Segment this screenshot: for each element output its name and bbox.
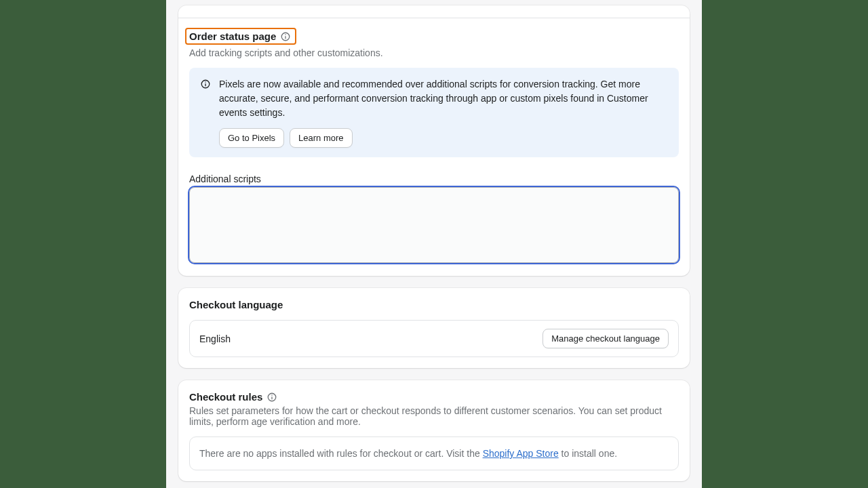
- additional-scripts-input[interactable]: [189, 187, 679, 263]
- current-language: English: [199, 333, 231, 344]
- svg-point-5: [205, 81, 205, 82]
- checkout-language-card: Checkout language English Manage checkou…: [178, 288, 690, 368]
- order-status-title-highlight: Order status page: [185, 28, 296, 45]
- pixels-banner: Pixels are now available and recommended…: [189, 68, 679, 157]
- order-status-card: Order status page Add tracking scripts a…: [178, 5, 690, 276]
- go-to-pixels-button[interactable]: Go to Pixels: [219, 128, 284, 148]
- settings-page: Order status page Add tracking scripts a…: [166, 0, 702, 488]
- checkout-rules-card: Checkout rules Rules set parameters for …: [178, 380, 690, 481]
- banner-text: Pixels are now available and recommended…: [219, 77, 668, 120]
- banner-body: Pixels are now available and recommended…: [219, 77, 668, 148]
- manage-checkout-language-button[interactable]: Manage checkout language: [542, 329, 669, 348]
- callout-prefix: There are no apps installed with rules f…: [199, 448, 483, 459]
- svg-point-2: [285, 34, 286, 35]
- checkout-rules-title-row: Checkout rules: [189, 391, 277, 403]
- checkout-language-title: Checkout language: [189, 299, 679, 310]
- checkout-language-row: English Manage checkout language: [189, 320, 679, 357]
- banner-actions: Go to Pixels Learn more: [219, 128, 668, 148]
- info-icon: [200, 78, 211, 89]
- learn-more-button[interactable]: Learn more: [290, 128, 352, 148]
- checkout-rules-title: Checkout rules: [189, 391, 262, 403]
- order-status-title: Order status page: [189, 30, 276, 42]
- callout-suffix: to install one.: [559, 448, 617, 459]
- additional-scripts-label: Additional scripts: [189, 174, 679, 184]
- svg-point-8: [272, 394, 273, 395]
- checkout-rules-callout: There are no apps installed with rules f…: [189, 436, 679, 470]
- info-icon[interactable]: [267, 392, 277, 403]
- checkout-rules-subtitle: Rules set parameters for how the cart or…: [189, 405, 679, 427]
- info-icon[interactable]: [280, 31, 291, 42]
- order-status-subtitle: Add tracking scripts and other customiza…: [189, 47, 679, 58]
- shopify-app-store-link[interactable]: Shopify App Store: [483, 448, 559, 459]
